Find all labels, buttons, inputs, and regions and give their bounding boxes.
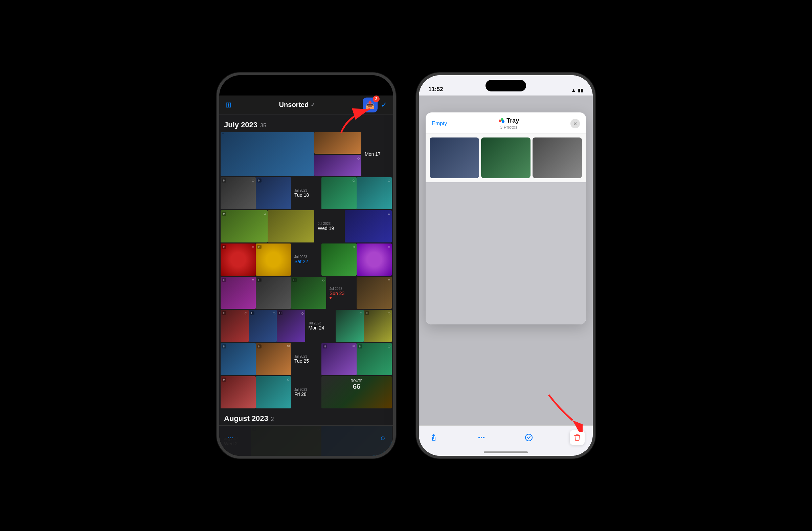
photo-badge: H (222, 311, 226, 315)
battery-icon-right: ▮▮ (578, 87, 583, 93)
photo-thumb[interactable]: H ◇ (221, 310, 249, 342)
tray-button[interactable]: 📥 3 (363, 98, 378, 112)
photo-thumb[interactable] (221, 132, 314, 176)
overlay-icon: ◇ (388, 278, 390, 282)
photo-thumb[interactable]: H ◇ (277, 310, 305, 342)
photo-thumb[interactable]: H ◇ (221, 210, 267, 242)
day-label-wed19: Jul 2023 Wed 19 (314, 210, 345, 242)
photo-badge: H (257, 278, 262, 282)
share-button[interactable] (427, 431, 440, 444)
left-phone: 11:52 ▲ ▮▮ ⊞ Unsorted ✓ 📥 3 ✓ (217, 72, 396, 459)
day-row-sat22: H ◇ H Jul 2023 Sat 22 ◇ (221, 243, 392, 276)
photo-thumb[interactable]: H ◇ (221, 243, 256, 276)
trash-button[interactable] (570, 430, 585, 445)
month-name-july: July 2023 (224, 121, 258, 129)
photo-thumb[interactable]: ◇ (357, 243, 392, 276)
overlay-icon: ◇ (252, 245, 255, 249)
photo-thumb[interactable]: H ◇ (364, 310, 392, 342)
photo-badge: H (222, 378, 226, 382)
photo-thumb[interactable]: ◇ (314, 155, 361, 177)
sidebar-icon[interactable]: ⊞ (225, 101, 231, 109)
day-month-label: Jul 2023 (294, 255, 321, 259)
photo-thumb[interactable]: H ◇ (291, 277, 326, 309)
nav-bar-left: ⊞ Unsorted ✓ 📥 3 ✓ (219, 96, 393, 114)
overlay-icon: ◇ (301, 311, 304, 315)
photo-thumb[interactable]: ◇ (357, 277, 392, 309)
day-month-label: Jul 2023 (294, 188, 321, 192)
photo-badge: H (257, 345, 262, 348)
day-name: Sat 22 (294, 259, 321, 264)
overlay-icon: ◇ (388, 179, 390, 182)
photo-thumb[interactable]: H (221, 376, 256, 408)
photo-thumb[interactable]: ◇ (345, 210, 392, 242)
tray-subtitle: 3 Photos (500, 125, 517, 130)
tray-empty-button[interactable]: Empty (432, 121, 447, 127)
tray-photo-1[interactable] (430, 138, 479, 178)
tray-modal: Empty Tray 3 Photos ✕ (426, 112, 586, 324)
photo-thumb[interactable]: ROUTE 66 (321, 376, 392, 408)
photo-thumb[interactable]: H ◇ (221, 277, 256, 309)
more-button[interactable]: ··· (227, 433, 233, 442)
photo-thumb[interactable]: H (256, 177, 291, 209)
check-icon-nav[interactable]: ✓ (381, 101, 387, 109)
photo-thumb[interactable]: ◇ (336, 310, 364, 342)
photo-thumb[interactable]: H ◇ (357, 343, 392, 375)
photo-thumb[interactable]: H (256, 277, 291, 309)
photo-grid: July 2023 35 ◇ (219, 114, 393, 456)
tray-empty-content-area (426, 182, 586, 324)
more-options-button[interactable] (475, 431, 488, 444)
overlay-icon: ◇ (388, 345, 390, 348)
nav-title-text: Unsorted (279, 101, 309, 109)
search-button[interactable]: ⌕ (381, 433, 385, 442)
july-grid: ◇ Mon 17 H ◇ H (219, 132, 393, 408)
day-label-tue18: Jul 2023 Tue 18 (291, 177, 321, 209)
day-label-sun23: Jul 2023 Sun 23 (326, 277, 357, 309)
photo-thumb[interactable] (314, 132, 361, 154)
photo-badge: H (257, 245, 262, 249)
day-label-mon17: Mon 17 (361, 132, 392, 176)
photo-thumb[interactable]: H ◇ (221, 177, 256, 209)
day-name: Mon 24 (308, 325, 336, 331)
photo-thumb[interactable]: H (221, 343, 256, 375)
tray-color-dots-icon (498, 118, 505, 124)
right-screen: 11:52 ▲ ▮▮ Empty (419, 75, 593, 456)
day-name: Tue 25 (294, 358, 321, 364)
photo-thumb[interactable]: ◇ (321, 243, 357, 276)
photo-thumb[interactable]: ◇ (357, 177, 392, 209)
photo-thumb[interactable]: H (256, 243, 291, 276)
tray-photo-2[interactable] (481, 138, 531, 178)
tray-header: Empty Tray 3 Photos ✕ (426, 112, 586, 134)
photo-thumb[interactable]: H ✉ (256, 343, 291, 375)
overlay-icon: ◇ (352, 179, 355, 182)
photo-thumb[interactable]: H ◇ (249, 310, 277, 342)
overlay-icon: ◇ (287, 378, 290, 381)
day-label-fri28: Jul 2023 Fri 28 (291, 376, 321, 408)
day-month-label: Jul 2023 (294, 388, 321, 391)
photo-thumb[interactable] (267, 210, 315, 242)
photo-badge: H (292, 278, 297, 282)
overlay-icon: ◇ (264, 212, 266, 215)
photo-badge: H (222, 245, 226, 249)
photo-badge: H (222, 179, 226, 183)
month-count-august: 2 (271, 416, 274, 422)
tray-photo-3[interactable] (533, 138, 582, 178)
check-button[interactable] (522, 431, 536, 444)
share-icon (430, 433, 438, 442)
photo-thumb[interactable]: ◇ (321, 177, 357, 209)
month-label-july: July 2023 35 (219, 116, 393, 132)
overlay-icon: ◇ (388, 311, 390, 315)
day-month-label: Jul 2023 (330, 287, 357, 291)
photo-thumb[interactable]: ◇ (256, 376, 291, 408)
svg-point-5 (478, 437, 480, 438)
checkmark-icon (525, 433, 533, 442)
photo-badge: H (250, 311, 255, 315)
dynamic-island-left (286, 80, 327, 92)
day-name: Mon 17 (365, 151, 392, 157)
day-name: Wed 19 (318, 225, 345, 231)
photo-badge (222, 134, 224, 134)
month-label-august: August 2023 2 (219, 409, 393, 426)
overlay-icon: ◇ (388, 212, 390, 215)
tray-close-button[interactable]: ✕ (570, 119, 580, 128)
photo-badge: H (278, 311, 282, 315)
photo-thumb[interactable]: H ✉ (321, 343, 357, 375)
